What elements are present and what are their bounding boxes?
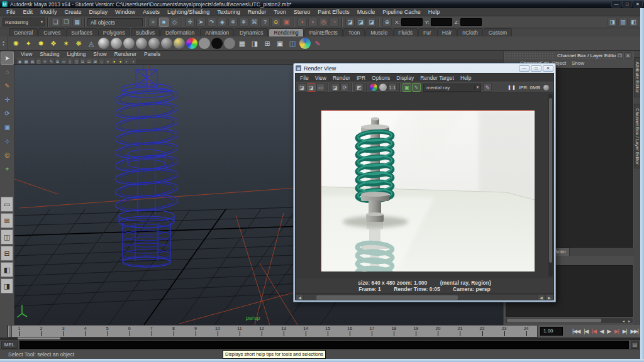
lasso-tool[interactable]: ◌ bbox=[1, 65, 14, 79]
four-pane-layout-button[interactable]: ⊞ bbox=[1, 213, 13, 228]
menu-set-selector[interactable]: Rendering ▼ bbox=[3, 18, 45, 26]
snapshot-icon[interactable]: ▭ bbox=[316, 83, 325, 92]
refresh-render-icon[interactable]: ⟳ bbox=[340, 83, 349, 92]
camera-select-icon[interactable]: ◉ bbox=[17, 58, 23, 64]
menu-item[interactable]: Muscle bbox=[353, 8, 379, 16]
timeline-tick[interactable]: 16 bbox=[339, 326, 361, 337]
rv-minimize-button[interactable]: — bbox=[519, 65, 530, 72]
area-light-icon[interactable]: ❖ bbox=[48, 38, 59, 49]
shaded-display-icon[interactable]: ● bbox=[105, 58, 111, 64]
render-image-area[interactable] bbox=[296, 93, 553, 278]
paint-selection-tool[interactable]: ✎ bbox=[1, 79, 14, 92]
timeline-tick[interactable]: 10 bbox=[206, 326, 228, 337]
use-all-lights-icon[interactable]: ● bbox=[118, 58, 123, 64]
layer-scrollbar[interactable]: ◂▸ bbox=[506, 318, 633, 323]
close-button[interactable]: ✕ bbox=[633, 1, 643, 8]
hypershade-persp-layout-button[interactable]: ◨ bbox=[1, 278, 13, 293]
hypershade-icon[interactable]: ◫ bbox=[287, 38, 298, 49]
black-hole-shader-icon[interactable] bbox=[211, 38, 223, 49]
shelf-tab[interactable]: PaintEffects bbox=[304, 28, 343, 36]
grid-toggle-icon[interactable]: ⊞ bbox=[55, 58, 60, 64]
pause-ipr-icon[interactable]: ❚❚ bbox=[508, 85, 516, 90]
render-view-menu-item[interactable]: Render Target bbox=[417, 75, 457, 81]
ipr-render-icon[interactable]: ◩ bbox=[355, 83, 364, 92]
timeline-tick[interactable]: 23 bbox=[493, 326, 515, 337]
menu-item[interactable]: Help bbox=[425, 8, 444, 16]
step-forward-key-button[interactable]: ▶| bbox=[613, 327, 621, 336]
textured-display-icon[interactable]: ● bbox=[111, 58, 117, 64]
universal-manipulator-tool[interactable]: ⊹ bbox=[1, 134, 14, 148]
shelf-tab[interactable]: Fluids bbox=[393, 28, 418, 36]
redo-previous-render-icon[interactable]: ◪ bbox=[331, 83, 340, 92]
viewport-menu-item[interactable]: Renderer bbox=[111, 51, 140, 58]
scroll-right-arrow[interactable]: ▶ bbox=[546, 295, 553, 300]
show-channel-box-icon[interactable]: ◧ bbox=[629, 18, 638, 27]
range-slider-bar[interactable] bbox=[18, 337, 60, 339]
select-component-icon[interactable]: ◇ bbox=[170, 18, 179, 27]
display-rgb-channels-icon[interactable] bbox=[369, 83, 378, 92]
lambert-material-icon[interactable] bbox=[111, 38, 122, 49]
play-forwards-button[interactable]: ▶ bbox=[605, 327, 613, 336]
shelf-tab[interactable]: Hair bbox=[437, 28, 457, 36]
shading-group-icon[interactable]: ◬ bbox=[86, 38, 97, 49]
timeline-tick[interactable]: 18 bbox=[383, 326, 405, 337]
menu-item[interactable]: Lighting/Shading bbox=[164, 8, 213, 16]
save-scene-icon[interactable]: ▦ bbox=[72, 18, 82, 27]
timeline-tick[interactable]: 14 bbox=[295, 326, 317, 337]
camera-bookmarks-icon[interactable]: ▤ bbox=[30, 58, 35, 64]
one-to-one-pixel-icon[interactable]: 1:1 bbox=[388, 83, 397, 92]
new-scene-icon[interactable]: ❏ bbox=[51, 18, 60, 27]
render-view-title-bar[interactable]: ▦ Render View —□✕ bbox=[295, 63, 554, 73]
viewport-menu-item[interactable]: View bbox=[17, 51, 36, 58]
rv-close-button[interactable]: ✕ bbox=[543, 65, 553, 72]
script-editor-icon[interactable]: ▤ bbox=[631, 341, 639, 349]
timeline-tick[interactable]: 20 bbox=[427, 326, 449, 337]
snap-grid-icon[interactable]: ✛ bbox=[186, 18, 195, 27]
timeline-tick[interactable]: 1 bbox=[8, 326, 30, 337]
timeline-tick[interactable]: 21 bbox=[449, 326, 471, 337]
timeline-tick[interactable]: 13 bbox=[273, 326, 295, 337]
volume-light-icon[interactable]: ✶ bbox=[60, 38, 72, 49]
paint-effects-shelf-icon[interactable]: ✎ bbox=[312, 38, 323, 49]
timeline-tick[interactable]: 12 bbox=[251, 326, 273, 337]
make-live-icon[interactable]: ❄ bbox=[239, 18, 248, 27]
surface-shader-icon[interactable] bbox=[186, 38, 197, 49]
shelf-tab[interactable]: Custom bbox=[484, 28, 512, 36]
directional-light-icon[interactable]: ✹ bbox=[35, 38, 47, 49]
rotate-tool[interactable]: ⟳ bbox=[1, 107, 14, 120]
image-plane-icon[interactable]: ◫ bbox=[36, 58, 42, 64]
menu-item[interactable]: Create bbox=[61, 8, 86, 16]
select-object-icon[interactable]: ■ bbox=[159, 18, 169, 27]
phonge-material-icon[interactable] bbox=[148, 38, 160, 49]
two-d-pan-zoom-icon[interactable]: ✛ bbox=[42, 58, 48, 64]
render-settings-icon[interactable]: ▣ bbox=[274, 38, 286, 49]
show-attribute-editor-icon[interactable]: ◨ bbox=[608, 18, 617, 27]
play-backwards-button[interactable]: ◀ bbox=[598, 327, 606, 336]
move-tool[interactable]: ✛ bbox=[1, 93, 14, 106]
single-pane-layout-button[interactable]: ▭ bbox=[1, 197, 13, 212]
open-render-settings-icon[interactable]: ✎ bbox=[483, 83, 492, 92]
highlight-selection-icon[interactable]: ▣ bbox=[282, 18, 291, 27]
two-pane-side-layout-button[interactable]: ◫ bbox=[1, 229, 13, 244]
scroll-right-arrow[interactable]: ▸ bbox=[626, 318, 632, 323]
display-render-settings-icon[interactable]: ◪ bbox=[367, 18, 376, 27]
show-manipulator-tool[interactable]: ⌖ bbox=[1, 162, 14, 175]
timeline-tick[interactable]: 15 bbox=[317, 326, 339, 337]
rv-maximize-button[interactable]: □ bbox=[531, 65, 541, 72]
selection-mask-field[interactable]: All objects bbox=[87, 18, 143, 26]
point-light-icon[interactable]: ✺ bbox=[10, 38, 21, 49]
dock-panel-icon[interactable]: ❐ bbox=[616, 52, 623, 59]
timeline-tick[interactable]: 17 bbox=[361, 326, 383, 337]
keep-image-icon[interactable]: ▣ bbox=[402, 83, 411, 92]
scrollbar-thumb[interactable] bbox=[507, 319, 601, 322]
timeline-tick[interactable]: 24 bbox=[515, 326, 537, 337]
display-alpha-channel-icon[interactable] bbox=[379, 83, 387, 92]
menu-item[interactable]: Pipeline Cache bbox=[379, 8, 425, 16]
shelf-collapse-control[interactable]: ▲▼ bbox=[0, 36, 8, 51]
select-by-name-icon[interactable]: ⊕ bbox=[382, 18, 392, 27]
open-scene-icon[interactable]: ❐ bbox=[62, 18, 71, 27]
timeline-tick[interactable]: 4 bbox=[74, 326, 96, 337]
menu-item[interactable]: Window bbox=[111, 8, 139, 16]
menu-item[interactable]: Render bbox=[244, 8, 270, 16]
timeline-tick[interactable]: 7 bbox=[140, 326, 162, 337]
